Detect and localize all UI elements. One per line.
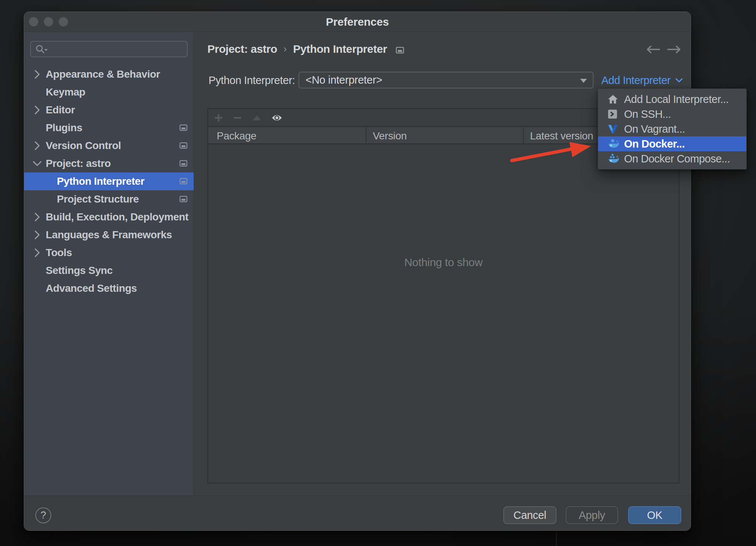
sidebar-item-label: Advanced Settings xyxy=(46,280,137,297)
menu-item-on-docker[interactable]: On Docker... xyxy=(598,136,746,151)
chevron-right-icon[interactable] xyxy=(34,244,40,262)
chevron-right-icon[interactable] xyxy=(34,101,40,119)
eye-icon[interactable] xyxy=(271,109,282,127)
menu-item-add-local-interpreter[interactable]: Add Local Interpreter... xyxy=(598,92,746,107)
titlebar: Preferences xyxy=(24,12,691,32)
sidebar-item-keymap[interactable]: Keymap xyxy=(24,83,194,101)
settings-search-input[interactable] xyxy=(30,41,188,57)
chevron-right-icon[interactable] xyxy=(34,65,40,83)
sidebar-item-label: Build, Execution, Deployment xyxy=(46,208,188,226)
sidebar-item-python-interpreter[interactable]: Python Interpreter xyxy=(24,172,194,190)
sidebar-item-label: Tools xyxy=(46,244,72,262)
back-arrow-icon[interactable] xyxy=(645,45,661,55)
dropdown-arrow-icon xyxy=(580,78,587,85)
sidebar-item-label: Languages & Frameworks xyxy=(46,226,172,244)
background-window-seam xyxy=(556,531,557,546)
panel-icon xyxy=(180,196,187,204)
panel-icon xyxy=(396,43,404,61)
docker-compose-icon xyxy=(608,151,620,166)
chevron-right-icon[interactable] xyxy=(34,137,40,155)
sidebar-item-label: Version Control xyxy=(46,137,121,155)
chevron-down-icon[interactable] xyxy=(32,155,42,172)
panel-icon xyxy=(180,178,187,186)
sidebar-item-languages-frameworks[interactable]: Languages & Frameworks xyxy=(24,226,194,244)
column-header-version[interactable]: Version xyxy=(373,127,407,144)
menu-item-label: On SSH... xyxy=(624,107,671,122)
breadcrumb: Project: astro›Python Interpreter xyxy=(207,40,404,58)
add-package-icon[interactable] xyxy=(214,109,223,127)
search-icon xyxy=(35,44,48,57)
window-title: Preferences xyxy=(24,12,691,32)
chevron-right-icon[interactable] xyxy=(34,208,40,226)
docker-icon xyxy=(608,136,620,151)
add-interpreter-link[interactable]: Add Interpreter xyxy=(601,71,683,89)
dialog-footer: ? Cancel Apply OK xyxy=(24,495,691,531)
breadcrumb-separator: › xyxy=(277,43,293,54)
settings-sidebar: Appearance & BehaviorKeymapEditorPlugins… xyxy=(24,32,194,495)
ssh-icon xyxy=(608,107,617,122)
column-divider xyxy=(523,127,524,144)
column-divider xyxy=(366,127,366,144)
sidebar-item-project-astro[interactable]: Project: astro xyxy=(24,155,194,172)
sidebar-item-advanced-settings[interactable]: Advanced Settings xyxy=(24,280,194,297)
interpreter-select[interactable]: <No interpreter> xyxy=(298,72,594,88)
sidebar-item-label: Settings Sync xyxy=(46,262,113,280)
menu-item-label: Add Local Interpreter... xyxy=(624,92,728,107)
sidebar-item-label: Editor xyxy=(46,101,75,119)
upgrade-package-icon[interactable] xyxy=(252,109,262,127)
column-header-latest-version[interactable]: Latest version xyxy=(530,127,593,144)
menu-item-label: On Docker... xyxy=(624,136,685,151)
breadcrumb-page: Python Interpreter xyxy=(293,43,387,55)
panel-icon xyxy=(180,142,187,150)
help-button[interactable]: ? xyxy=(35,507,51,523)
empty-table-text: Nothing to show xyxy=(208,254,679,271)
sidebar-item-label: Appearance & Behavior xyxy=(46,65,160,83)
sidebar-item-label: Project: astro xyxy=(46,155,111,172)
panel-icon xyxy=(180,125,187,132)
cancel-button[interactable]: Cancel xyxy=(503,506,556,524)
breadcrumb-project[interactable]: Project: astro xyxy=(207,43,277,55)
add-interpreter-menu: Add Local Interpreter...On SSH...On Vagr… xyxy=(598,88,747,169)
interpreter-label: Python Interpreter: xyxy=(209,71,295,89)
sidebar-item-tools[interactable]: Tools xyxy=(24,244,194,262)
menu-item-on-vagrant[interactable]: On Vagrant... xyxy=(598,122,746,136)
remove-package-icon[interactable] xyxy=(233,109,242,127)
chevron-right-icon[interactable] xyxy=(34,226,40,244)
home-icon xyxy=(608,92,618,107)
apply-button[interactable]: Apply xyxy=(566,506,618,524)
panel-icon xyxy=(180,160,187,168)
menu-item-on-docker-compose[interactable]: On Docker Compose... xyxy=(598,151,746,166)
ok-button[interactable]: OK xyxy=(628,506,681,524)
sidebar-item-plugins[interactable]: Plugins xyxy=(24,119,194,137)
sidebar-item-build-execution-deployment[interactable]: Build, Execution, Deployment xyxy=(24,208,194,226)
menu-item-label: On Docker Compose... xyxy=(624,151,730,166)
menu-item-label: On Vagrant... xyxy=(624,122,685,136)
preferences-dialog: Preferences Appearance & BehaviorKeymapE… xyxy=(24,12,691,531)
interpreter-select-value: <No interpreter> xyxy=(306,72,382,88)
sidebar-item-editor[interactable]: Editor xyxy=(24,101,194,119)
vagrant-icon xyxy=(608,122,618,136)
sidebar-item-appearance-behavior[interactable]: Appearance & Behavior xyxy=(24,65,194,83)
desktop-background: Preferences Appearance & BehaviorKeymapE… xyxy=(0,0,756,546)
sidebar-item-label: Keymap xyxy=(46,83,85,101)
column-header-package[interactable]: Package xyxy=(217,127,256,144)
menu-item-on-ssh[interactable]: On SSH... xyxy=(598,107,746,122)
sidebar-item-settings-sync[interactable]: Settings Sync xyxy=(24,262,194,280)
sidebar-item-version-control[interactable]: Version Control xyxy=(24,137,194,155)
chevron-down-icon xyxy=(675,72,683,90)
sidebar-item-project-structure[interactable]: Project Structure xyxy=(24,190,194,208)
sidebar-item-label: Plugins xyxy=(46,119,82,137)
sidebar-item-label: Python Interpreter xyxy=(57,172,145,190)
sidebar-item-label: Project Structure xyxy=(57,190,139,208)
forward-arrow-icon[interactable] xyxy=(666,45,682,55)
